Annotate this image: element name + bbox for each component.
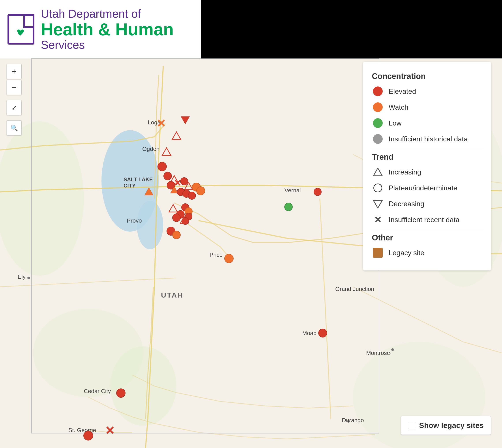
legend-symbol-insufficient-hist <box>372 133 384 145</box>
legend-symbol-plateau <box>372 182 384 194</box>
marker-price-1[interactable] <box>224 254 234 263</box>
legend-label-watch: Watch <box>389 103 408 112</box>
marker-green-1[interactable] <box>284 203 293 211</box>
legend-trend-title: Trend <box>372 152 482 162</box>
search-button[interactable]: 🔍 <box>7 120 22 135</box>
marker-slc-12[interactable] <box>188 192 196 200</box>
marker-slc-8[interactable] <box>196 186 205 195</box>
legend-item-watch: Watch <box>372 101 482 113</box>
legend-symbol-low <box>372 117 384 129</box>
legend-concentration-title: Concentration <box>372 72 482 81</box>
legend-symbol-insuf-recent: ✕ <box>372 214 384 226</box>
svg-point-7 <box>137 201 163 249</box>
show-legacy-label[interactable]: Show legacy sites <box>419 421 484 430</box>
show-legacy-checkbox[interactable] <box>408 422 415 429</box>
legend-symbol-watch <box>372 101 384 113</box>
fullscreen-button[interactable]: ⤢ <box>7 100 22 115</box>
map-controls: + − ⤢ 🔍 <box>7 64 22 135</box>
logo-line3: Services <box>41 38 173 52</box>
marker-west-slc-tri[interactable] <box>144 186 154 197</box>
svg-marker-20 <box>144 188 153 195</box>
legend-item-legacy: Legacy site <box>372 247 482 259</box>
legend-item-elevated: Elevated <box>372 85 482 97</box>
legend-label-increasing: Increasing <box>389 168 421 176</box>
svg-point-9 <box>347 420 350 423</box>
svg-marker-23 <box>373 168 382 176</box>
legend-label-decreasing: Decreasing <box>389 200 424 208</box>
zoom-in-button[interactable]: + <box>7 64 22 79</box>
legend-label-plateau: Plateau/indeterminate <box>389 184 457 192</box>
svg-marker-15 <box>172 132 181 140</box>
black-banner <box>201 0 502 58</box>
marker-logan-tri-down[interactable] <box>180 114 191 126</box>
legend-item-decreasing: Decreasing <box>372 198 482 210</box>
svg-rect-12 <box>24 15 33 27</box>
marker-moab-1[interactable] <box>318 329 327 337</box>
marker-provo-5[interactable] <box>172 213 181 222</box>
map-container[interactable]: Utah Department of Health & Human Servic… <box>0 0 502 448</box>
logo-line2: Health & Human <box>41 21 173 38</box>
zoom-out-button[interactable]: − <box>7 80 22 95</box>
svg-marker-18 <box>185 182 192 190</box>
legend-label-insufficient-hist: Insufficient historical data <box>389 135 468 143</box>
legend-item-increasing: Increasing <box>372 166 482 178</box>
marker-st-george-circle[interactable] <box>83 431 93 441</box>
legend-label-insuf-recent: Insufficient recent data <box>389 216 459 224</box>
legend-symbol-elevated <box>372 85 384 97</box>
utah-logo-icon <box>7 14 35 45</box>
legend-symbol-legacy <box>372 247 384 259</box>
svg-marker-16 <box>162 148 171 156</box>
marker-vernal-1[interactable] <box>314 188 322 196</box>
marker-st-george-x[interactable]: ✕ <box>105 424 115 437</box>
marker-logan-x[interactable]: ✕ <box>156 117 166 130</box>
legend-label-low: Low <box>389 119 402 127</box>
logo-text: Utah Department of Health & Human Servic… <box>41 7 173 52</box>
legend-other-title: Other <box>372 233 482 242</box>
legend-item-plateau: Plateau/indeterminate <box>372 182 482 194</box>
logo-line1: Utah Department of <box>41 7 173 20</box>
legend-panel: Concentration Elevated Watch Low <box>363 62 491 271</box>
legend-symbol-decreasing <box>372 198 384 210</box>
marker-ogden-tri-up[interactable] <box>161 147 172 158</box>
legend-item-low: Low <box>372 117 482 129</box>
svg-marker-24 <box>373 201 382 208</box>
marker-provo-8[interactable] <box>182 217 189 225</box>
svg-point-10 <box>27 277 30 279</box>
legend-symbol-increasing <box>372 166 384 178</box>
svg-marker-14 <box>181 116 190 124</box>
svg-point-3 <box>110 346 176 426</box>
svg-point-8 <box>391 348 394 351</box>
marker-cedar-city-1[interactable] <box>116 388 126 398</box>
legend-item-insuf-recent: ✕ Insufficient recent data <box>372 214 482 226</box>
marker-region-tri-up-1[interactable] <box>171 131 182 142</box>
header: Utah Department of Health & Human Servic… <box>0 0 201 58</box>
legend-item-insufficient-hist: Insufficient historical data <box>372 133 482 145</box>
marker-ogden-circle-1[interactable] <box>157 162 167 171</box>
legend-label-legacy: Legacy site <box>389 249 424 257</box>
legend-label-elevated: Elevated <box>389 87 416 96</box>
marker-provo-10[interactable] <box>172 231 181 239</box>
show-legacy-container: Show legacy sites <box>401 416 491 435</box>
